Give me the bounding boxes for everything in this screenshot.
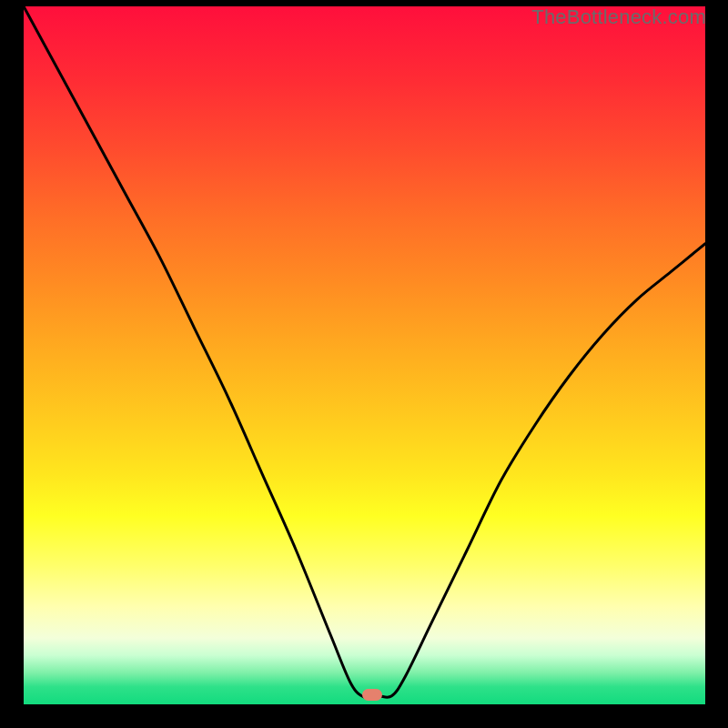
curve-layer — [24, 6, 705, 704]
watermark-text: TheBottleneck.com — [531, 5, 706, 29]
plot-area — [24, 6, 705, 704]
bottleneck-curve — [24, 6, 705, 698]
optimum-marker — [362, 689, 382, 701]
chart-stage: TheBottleneck.com — [0, 0, 728, 728]
